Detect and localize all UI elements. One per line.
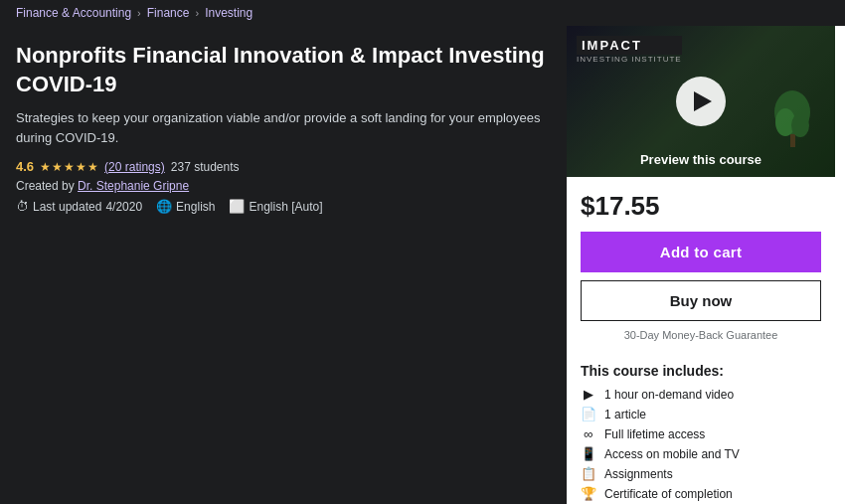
infinity-icon: ∞ bbox=[581, 426, 596, 441]
star-2: ★ bbox=[52, 160, 63, 174]
add-to-cart-button[interactable]: Add to cart bbox=[581, 232, 821, 272]
play-triangle-icon bbox=[694, 91, 712, 111]
preview-label: Preview this course bbox=[567, 152, 835, 167]
breadcrumb-sep-1: › bbox=[137, 7, 141, 19]
star-5: ★ bbox=[87, 160, 98, 174]
breadcrumb-item-2[interactable]: Finance bbox=[147, 6, 190, 20]
course-title: Nonprofits Financial Innovation & Impact… bbox=[16, 42, 551, 98]
globe-icon: 🌐 bbox=[156, 199, 172, 214]
meta-captions: ⬜ English [Auto] bbox=[229, 199, 322, 214]
main-content: Nonprofits Financial Innovation & Impact… bbox=[0, 26, 845, 504]
creator-label: Created by bbox=[16, 179, 75, 193]
star-1: ★ bbox=[40, 160, 51, 174]
includes-title: This course includes: bbox=[581, 363, 821, 379]
course-subtitle: Strategies to keep your organization via… bbox=[16, 108, 551, 147]
breadcrumb-item-3[interactable]: Investing bbox=[205, 6, 253, 20]
include-lifetime: ∞ Full lifetime access bbox=[581, 426, 821, 441]
language-value: English bbox=[176, 200, 215, 214]
captions-value: English [Auto] bbox=[249, 200, 322, 214]
include-video-text: 1 hour on-demand video bbox=[604, 388, 734, 402]
rating-number: 4.6 bbox=[16, 159, 34, 174]
include-certificate-text: Certificate of completion bbox=[604, 487, 733, 501]
breadcrumb-item-1[interactable]: Finance & Accounting bbox=[16, 6, 131, 20]
stars: ★ ★ ★ ★ ★ bbox=[40, 160, 98, 174]
breadcrumb: Finance & Accounting › Finance › Investi… bbox=[0, 0, 845, 26]
pricing-section: $17.55 Add to cart Buy now 30-Day Money-… bbox=[567, 177, 835, 363]
meta-language: 🌐 English bbox=[156, 199, 215, 214]
creator-row: Created by Dr. Stephanie Gripne bbox=[16, 179, 551, 193]
include-assignments: 📋 Assignments bbox=[581, 466, 821, 481]
include-assignments-text: Assignments bbox=[604, 467, 673, 481]
star-4: ★ bbox=[76, 160, 86, 174]
certificate-icon: 🏆 bbox=[581, 486, 596, 501]
impact-logo: IMPACT bbox=[577, 36, 682, 55]
include-article: 📄 1 article bbox=[581, 407, 821, 421]
preview-thumbnail[interactable]: IMPACT INVESTING INSTITUTE Preview this … bbox=[567, 26, 835, 177]
play-button[interactable] bbox=[676, 77, 726, 126]
rating-row: 4.6 ★ ★ ★ ★ ★ (20 ratings) 237 students bbox=[16, 159, 551, 174]
include-certificate: 🏆 Certificate of completion bbox=[581, 486, 821, 501]
include-lifetime-text: Full lifetime access bbox=[604, 427, 705, 441]
mobile-icon: 📱 bbox=[581, 446, 596, 461]
last-updated-value: 4/2020 bbox=[105, 200, 142, 214]
right-panel: IMPACT INVESTING INSTITUTE Preview this … bbox=[567, 26, 835, 504]
price-tag: $17.55 bbox=[581, 191, 821, 222]
left-panel: Nonprofits Financial Innovation & Impact… bbox=[0, 26, 567, 504]
ratings-count[interactable]: (20 ratings) bbox=[104, 160, 165, 174]
star-3: ★ bbox=[64, 160, 75, 174]
creator-link[interactable]: Dr. Stephanie Gripne bbox=[78, 179, 189, 193]
include-article-text: 1 article bbox=[604, 408, 646, 421]
buy-now-button[interactable]: Buy now bbox=[581, 280, 821, 321]
institute-label: INVESTING INSTITUTE bbox=[577, 55, 682, 64]
guarantee-text: 30-Day Money-Back Guarantee bbox=[581, 329, 821, 341]
article-icon: 📄 bbox=[581, 407, 596, 421]
include-mobile: 📱 Access on mobile and TV bbox=[581, 446, 821, 461]
students-count: 237 students bbox=[171, 160, 240, 174]
video-icon: ▶ bbox=[581, 387, 596, 402]
clock-icon: ⏱ bbox=[16, 199, 29, 214]
include-video: ▶ 1 hour on-demand video bbox=[581, 387, 821, 402]
meta-updated: ⏱ Last updated 4/2020 bbox=[16, 199, 142, 214]
page-wrapper: Finance & Accounting › Finance › Investi… bbox=[0, 0, 845, 504]
plant-decoration bbox=[765, 78, 820, 147]
assignments-icon: 📋 bbox=[581, 466, 596, 481]
breadcrumb-sep-2: › bbox=[195, 7, 199, 19]
include-mobile-text: Access on mobile and TV bbox=[604, 447, 740, 461]
last-updated-label: Last updated bbox=[33, 200, 101, 214]
meta-row: ⏱ Last updated 4/2020 🌐 English ⬜ Englis… bbox=[16, 199, 551, 214]
svg-point-3 bbox=[791, 113, 809, 137]
captions-icon: ⬜ bbox=[229, 199, 245, 214]
includes-section: This course includes: ▶ 1 hour on-demand… bbox=[567, 363, 835, 504]
